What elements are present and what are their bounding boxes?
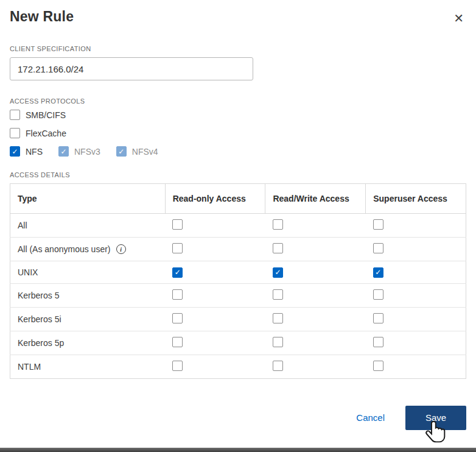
type-cell: All (As anonymous user)i xyxy=(10,238,166,261)
protocol-row: SMB/CIFS xyxy=(10,110,466,120)
type-label: UNIX xyxy=(18,267,38,277)
protocol-option-nfsv4: NFSv4 xyxy=(116,146,158,157)
type-cell: Kerberos 5i xyxy=(10,307,166,331)
protocol-row: NFSNFSv3NFSv4 xyxy=(10,146,466,157)
unix-readonly-checkbox[interactable] xyxy=(172,267,183,278)
checkbox-cell xyxy=(366,261,466,284)
kerberos-5i-readonly-checkbox[interactable] xyxy=(172,313,183,323)
type-cell: Kerberos 5p xyxy=(10,331,166,355)
table-row: Kerberos 5 xyxy=(10,283,466,307)
all-superuser-checkbox[interactable] xyxy=(373,219,383,230)
access-protocols-list: SMB/CIFSFlexCacheNFSNFSv3NFSv4 xyxy=(10,110,466,157)
kerberos-5p-readonly-checkbox[interactable] xyxy=(172,337,183,347)
smb-cifs-checkbox[interactable] xyxy=(10,110,20,120)
protocol-option-nfsv3: NFSv3 xyxy=(58,146,100,157)
table-body: AllAll (As anonymous user)iUNIXKerberos … xyxy=(10,214,466,379)
type-label: All (As anonymous user) xyxy=(18,244,111,254)
checkbox-cell xyxy=(165,307,265,331)
ntlm-readonly-checkbox[interactable] xyxy=(172,361,183,371)
dialog-title: New Rule xyxy=(10,9,74,25)
column-header-read-only-access: Read-only Access xyxy=(165,184,265,214)
protocol-label: NFS xyxy=(26,147,43,157)
page-background-edge xyxy=(0,448,476,452)
kerberos-5i-readwrite-checkbox[interactable] xyxy=(273,313,283,323)
checkbox-cell xyxy=(265,355,366,378)
kerberos-5-readonly-checkbox[interactable] xyxy=(172,289,183,300)
table-row: Kerberos 5p xyxy=(10,331,466,355)
type-cell: UNIX xyxy=(10,261,166,284)
all-readwrite-checkbox[interactable] xyxy=(273,219,283,230)
all-as-anonymous-user-readonly-checkbox[interactable] xyxy=(172,243,183,253)
checkbox-cell xyxy=(265,238,366,261)
checkbox-cell xyxy=(165,238,265,261)
ntlm-superuser-checkbox[interactable] xyxy=(373,361,383,371)
checkbox-cell xyxy=(165,283,265,307)
checkbox-cell xyxy=(265,214,366,238)
column-header-superuser-access: Superuser Access xyxy=(366,184,466,214)
kerberos-5i-superuser-checkbox[interactable] xyxy=(373,313,383,323)
close-icon[interactable]: ✕ xyxy=(451,9,466,28)
checkbox-cell xyxy=(165,331,265,355)
nfsv4-checkbox xyxy=(116,146,127,157)
new-rule-dialog: New Rule ✕ CLIENT SPECIFICATION ACCESS P… xyxy=(0,0,476,448)
info-icon[interactable]: i xyxy=(116,244,126,254)
protocol-option-nfs[interactable]: NFS xyxy=(10,146,43,157)
protocol-row: FlexCache xyxy=(10,128,466,138)
protocol-label: NFSv4 xyxy=(132,147,158,157)
table-row: All xyxy=(10,214,466,238)
access-protocols-label: ACCESS PROTOCOLS xyxy=(10,97,466,105)
type-label: All xyxy=(18,221,27,230)
table-row: NTLM xyxy=(10,355,466,378)
client-spec-input[interactable] xyxy=(10,57,253,80)
kerberos-5-readwrite-checkbox[interactable] xyxy=(273,289,283,300)
type-label: Kerberos 5i xyxy=(18,314,61,324)
table-row: Kerberos 5i xyxy=(10,307,466,331)
table-header-row: TypeRead-only AccessRead/Write AccessSup… xyxy=(10,184,466,214)
checkbox-cell xyxy=(366,355,466,378)
type-cell: All xyxy=(10,214,166,238)
all-as-anonymous-user-superuser-checkbox[interactable] xyxy=(373,243,383,253)
dialog-footer: Cancel Save xyxy=(10,406,466,430)
nfsv3-checkbox xyxy=(58,146,69,157)
client-spec-label: CLIENT SPECIFICATION xyxy=(10,45,466,52)
checkbox-cell xyxy=(265,283,366,307)
checkbox-cell xyxy=(265,307,366,331)
protocol-label: NFSv3 xyxy=(74,147,100,157)
kerberos-5-superuser-checkbox[interactable] xyxy=(373,289,383,300)
checkbox-cell xyxy=(265,331,366,355)
protocol-label: SMB/CIFS xyxy=(26,110,66,120)
type-label: NTLM xyxy=(18,362,41,372)
all-as-anonymous-user-readwrite-checkbox[interactable] xyxy=(273,243,283,253)
type-label: Kerberos 5p xyxy=(18,338,64,348)
cancel-button[interactable]: Cancel xyxy=(356,412,385,423)
type-cell: NTLM xyxy=(10,355,166,378)
protocol-option-smb-cifs[interactable]: SMB/CIFS xyxy=(10,110,66,120)
checkbox-cell xyxy=(165,214,265,238)
type-label: Kerberos 5 xyxy=(18,291,59,300)
nfs-checkbox[interactable] xyxy=(10,146,20,157)
access-details-table: TypeRead-only AccessRead/Write AccessSup… xyxy=(10,183,466,379)
column-header-read-write-access: Read/Write Access xyxy=(265,184,366,214)
unix-readwrite-checkbox[interactable] xyxy=(273,267,283,278)
access-details-label: ACCESS DETAILS xyxy=(10,171,466,178)
protocol-option-flexcache[interactable]: FlexCache xyxy=(10,128,66,138)
checkbox-cell xyxy=(165,355,265,378)
checkbox-cell xyxy=(366,331,466,355)
table-row: UNIX xyxy=(10,261,466,284)
all-readonly-checkbox[interactable] xyxy=(172,219,183,230)
flexcache-checkbox[interactable] xyxy=(10,128,20,138)
checkbox-cell xyxy=(366,283,466,307)
checkbox-cell xyxy=(165,261,265,284)
type-cell: Kerberos 5 xyxy=(10,283,166,307)
checkbox-cell xyxy=(366,238,466,261)
unix-superuser-checkbox[interactable] xyxy=(373,267,383,278)
checkbox-cell xyxy=(265,261,366,284)
kerberos-5p-readwrite-checkbox[interactable] xyxy=(273,337,283,347)
ntlm-readwrite-checkbox[interactable] xyxy=(273,361,283,371)
kerberos-5p-superuser-checkbox[interactable] xyxy=(373,337,383,347)
table-row: All (As anonymous user)i xyxy=(10,238,466,261)
dialog-header: New Rule ✕ xyxy=(10,9,466,28)
save-button[interactable]: Save xyxy=(405,406,466,430)
protocol-label: FlexCache xyxy=(26,129,66,138)
checkbox-cell xyxy=(366,214,466,238)
